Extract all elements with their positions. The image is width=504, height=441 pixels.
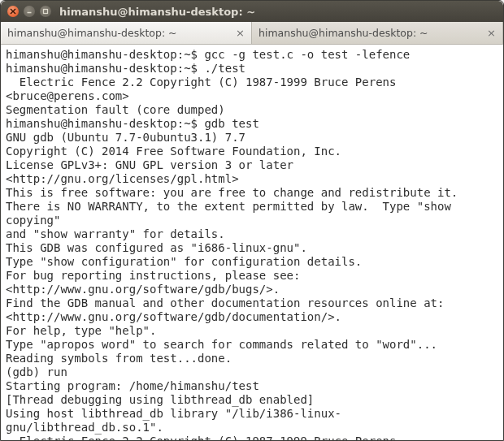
tab-label: himanshu@himanshu-desktop: ~ (259, 27, 428, 39)
terminal-line: himanshu@himanshu-desktop:~$ gcc -g test… (6, 48, 498, 62)
terminal-line: This is free software: you are free to c… (6, 186, 498, 200)
terminal-tab-1[interactable]: himanshu@himanshu-desktop: ~ × (252, 22, 503, 44)
close-icon[interactable] (7, 6, 19, 17)
terminal-body[interactable]: himanshu@himanshu-desktop:~$ gcc -g test… (1, 45, 503, 440)
terminal-line: There is NO WARRANTY, to the extent perm… (6, 200, 498, 227)
terminal-line: For bug reporting instructions, please s… (6, 269, 498, 283)
terminal-line: Starting program: /home/himanshu/test (6, 379, 498, 393)
terminal-line: Electric Fence 2.2 Copyright (C) 1987-19… (6, 435, 498, 440)
terminal-line: Type "apropos word" to search for comman… (6, 338, 498, 352)
window-title: himanshu@himanshu-desktop: ~ (59, 6, 255, 18)
terminal-line: Copyright (C) 2014 Free Software Foundat… (6, 145, 498, 158)
minimize-icon[interactable] (24, 6, 35, 17)
terminal-line: GNU gdb (Ubuntu 7.7-0ubuntu3.1) 7.7 (6, 131, 498, 145)
terminal-line: <http://www.gnu.org/software/gdb/bugs/>. (6, 283, 498, 296)
terminal-line: Type "show configuration" for configurat… (6, 255, 498, 269)
terminal-line: and "show warranty" for details. (6, 227, 498, 241)
terminal-line: This GDB was configured as "i686-linux-g… (6, 241, 498, 255)
tab-bar: himanshu@himanshu-desktop: ~ × himanshu@… (1, 22, 503, 45)
maximize-icon[interactable] (40, 6, 51, 17)
terminal-line: Segmentation fault (core dumped) (6, 103, 498, 117)
terminal-line: Using host libthread_db library "/lib/i3… (6, 407, 498, 435)
terminal-line: himanshu@himanshu-desktop:~$ ./test (6, 62, 498, 76)
terminal-line: [Thread debugging using libthread_db ena… (6, 393, 498, 407)
terminal-line: Find the GDB manual and other documentat… (6, 296, 498, 310)
terminal-line: himanshu@himanshu-desktop:~$ gdb test (6, 117, 498, 131)
tab-close-icon[interactable]: × (482, 27, 496, 39)
terminal-line: <http://www.gnu.org/software/gdb/documen… (6, 310, 498, 324)
tab-label: himanshu@himanshu-desktop: ~ (7, 27, 177, 39)
terminal-tab-0[interactable]: himanshu@himanshu-desktop: ~ × (1, 22, 252, 44)
terminal-window: himanshu@himanshu-desktop: ~ himanshu@hi… (0, 0, 504, 441)
terminal-line: License GPLv3+: GNU GPL version 3 or lat… (6, 158, 498, 186)
terminal-line: Reading symbols from test...done. (6, 352, 498, 365)
terminal-line: Electric Fence 2.2 Copyright (C) 1987-19… (6, 76, 498, 103)
window-controls (7, 6, 51, 17)
tab-close-icon[interactable]: × (231, 27, 245, 39)
svg-rect-3 (44, 10, 48, 14)
terminal-line: (gdb) run (6, 365, 498, 379)
terminal-line: For help, type "help". (6, 324, 498, 338)
titlebar[interactable]: himanshu@himanshu-desktop: ~ (1, 1, 503, 22)
